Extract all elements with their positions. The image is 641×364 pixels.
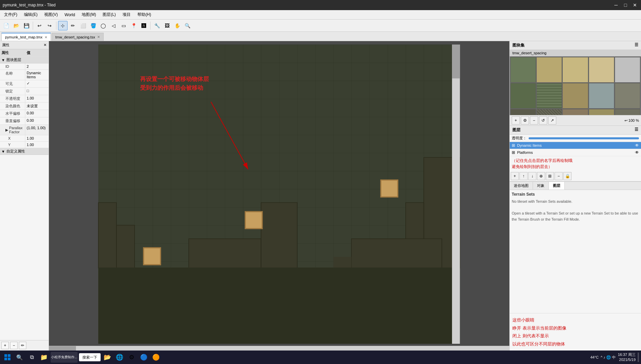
tool-polygon[interactable]: ◁ xyxy=(109,21,118,30)
section-tile-layer-label: 图块图层 xyxy=(6,57,21,62)
taskbar-folders[interactable]: 📂 xyxy=(102,352,113,363)
tool-image[interactable]: 🖼 xyxy=(162,21,172,30)
tool-redo[interactable]: ↪ xyxy=(45,21,54,30)
menu-map[interactable]: 地图(M) xyxy=(79,11,99,18)
tool-text[interactable]: 🅰 xyxy=(139,21,149,30)
properties-close-icon[interactable]: ✕ xyxy=(44,43,47,47)
remove-prop-button[interactable]: − xyxy=(10,342,18,349)
tab-main-map-close[interactable]: ✕ xyxy=(45,35,47,39)
layers-menu-icon[interactable]: ☰ xyxy=(635,127,638,133)
layer-up-btn[interactable]: ↑ xyxy=(519,172,528,180)
opacity-slider[interactable] xyxy=(529,137,639,139)
tileset-remove-btn[interactable]: − xyxy=(530,116,538,124)
tile-preview[interactable] xyxy=(562,57,588,83)
tile-preview[interactable] xyxy=(589,57,614,83)
tile-preview[interactable] xyxy=(510,57,536,83)
tile-preview[interactable] xyxy=(536,109,562,115)
tool-new[interactable]: 📄 xyxy=(1,21,11,30)
tool-select[interactable]: ⊹ xyxy=(58,21,68,30)
h-scrollbar[interactable] xyxy=(49,346,509,351)
tool-stamp[interactable]: ✏ xyxy=(68,21,78,30)
tile-preview[interactable] xyxy=(589,109,614,115)
layers-header: 图层 ☰ xyxy=(510,126,641,135)
search-button[interactable]: 🔍 xyxy=(14,352,25,363)
menu-project[interactable]: 项目 xyxy=(120,11,133,18)
tab-main-map[interactable]: pymunk_test_map.tmx ✕ xyxy=(1,33,51,41)
tool-rect[interactable]: ▭ xyxy=(119,21,128,30)
taskbar-app2[interactable]: 🔵 xyxy=(138,352,149,363)
tool-pan[interactable]: ✋ xyxy=(172,21,182,30)
tool-open[interactable]: 📂 xyxy=(11,21,21,30)
start-button[interactable] xyxy=(2,352,13,363)
tile-preview[interactable] xyxy=(536,83,562,109)
tileset-menu-icon[interactable]: ☰ xyxy=(635,43,638,48)
close-button[interactable]: ✕ xyxy=(632,2,638,8)
taskbar-app1[interactable]: ⚙ xyxy=(126,352,137,363)
tool-zoom[interactable]: 🔍 xyxy=(183,21,192,30)
section-expand-icon: ▼ xyxy=(1,58,5,62)
tab-minimap[interactable]: 迷你地图 xyxy=(510,182,533,190)
svg-rect-16 xyxy=(452,45,460,344)
tile-preview[interactable] xyxy=(510,109,536,115)
properties-header: 属性 ✕ xyxy=(0,41,49,49)
tool-save[interactable]: 💾 xyxy=(22,21,31,30)
tab-layers[interactable]: 图层 xyxy=(549,182,565,190)
tileset-image[interactable] xyxy=(510,56,641,115)
layer-platforms-eye-icon[interactable]: 👁 xyxy=(635,150,639,155)
tool-undo[interactable]: ↩ xyxy=(35,21,44,30)
show-desktop-btn[interactable] xyxy=(638,353,639,362)
tool-shape[interactable]: ◯ xyxy=(99,21,108,30)
tile-preview[interactable] xyxy=(536,57,562,83)
tile-preview[interactable] xyxy=(562,109,588,115)
h-scrollbar-thumb[interactable] xyxy=(49,346,76,351)
edit-prop-button[interactable]: ✏ xyxy=(19,342,26,349)
map-canvas-area[interactable]: 再设置一个可被移动物体层 受到力的作用后会被移动 xyxy=(49,41,509,351)
layer-platforms[interactable]: ⊞ Platforms 👁 xyxy=(510,149,641,156)
layer-down-btn[interactable]: ↓ xyxy=(528,172,536,180)
tile-preview[interactable] xyxy=(589,83,614,109)
layer-add-btn[interactable]: + xyxy=(511,172,519,180)
layer-grid-icon: ⊞ xyxy=(512,143,515,148)
tileset-settings-btn[interactable]: ⚙ xyxy=(521,116,529,124)
taskview-button[interactable]: ⧉ xyxy=(26,352,37,363)
tab-objects[interactable]: 对象 xyxy=(533,182,549,190)
tool-eraser[interactable]: ⬜ xyxy=(78,21,88,30)
tool-terrain[interactable]: 🔧 xyxy=(152,21,162,30)
layer-dynamic-items[interactable]: ⊞ Dynamic Items 👁 xyxy=(510,142,641,149)
add-prop-button[interactable]: + xyxy=(1,342,9,349)
tileset-export-btn[interactable]: ↗ xyxy=(548,116,556,124)
prop-parallax-x-value: 1.00 xyxy=(25,135,49,141)
section-tile-layer[interactable]: ▼ 图块图层 xyxy=(0,57,49,63)
tileset-refresh-btn[interactable]: ↺ xyxy=(539,116,547,124)
taskbar-ie[interactable]: 小程序免费制作... xyxy=(51,352,78,363)
layer-lock-btn[interactable]: 🔒 xyxy=(563,172,571,180)
maximize-button[interactable]: □ xyxy=(622,2,629,8)
menu-help[interactable]: 帮助(H) xyxy=(135,11,154,18)
menu-edit[interactable]: 编辑(E) xyxy=(21,11,40,18)
layer-remove-btn[interactable]: − xyxy=(555,172,563,180)
taskbar-browser[interactable]: 🌐 xyxy=(114,352,125,363)
layer-copy-btn[interactable]: ⊕ xyxy=(537,172,545,180)
tile-preview[interactable] xyxy=(615,109,640,115)
menu-layer[interactable]: 图层(L) xyxy=(100,11,118,18)
tool-fill[interactable]: 🪣 xyxy=(88,21,98,30)
tile-preview[interactable] xyxy=(615,83,640,109)
minimize-button[interactable]: ─ xyxy=(613,2,619,8)
tileset-add-btn[interactable]: + xyxy=(512,116,520,124)
tool-point[interactable]: 📍 xyxy=(129,21,138,30)
tile-preview[interactable] xyxy=(615,57,640,83)
layer-eye-icon[interactable]: 👁 xyxy=(635,143,639,148)
tile-preview[interactable] xyxy=(510,83,536,109)
tile-preview[interactable] xyxy=(562,83,588,109)
tab-tileset-close[interactable]: ✕ xyxy=(97,35,100,39)
taskbar-file-explorer[interactable]: 📁 xyxy=(38,352,49,363)
menu-world[interactable]: World xyxy=(62,12,78,18)
menu-file[interactable]: 文件(F) xyxy=(1,11,20,18)
taskbar-search-box[interactable]: 搜索一下 xyxy=(79,353,101,361)
tab-tileset[interactable]: tmw_desert_spacing.tsx ✕ xyxy=(52,33,104,41)
layer-merge-btn[interactable]: ⊞ xyxy=(546,172,554,180)
section-custom-props[interactable]: ▼ 自定义属性 xyxy=(0,148,49,155)
clock[interactable]: 16:37 周三 2021/5/19 xyxy=(618,352,636,363)
taskbar-app3[interactable]: 🟠 xyxy=(151,352,161,363)
menu-view[interactable]: 视图(V) xyxy=(42,11,60,18)
